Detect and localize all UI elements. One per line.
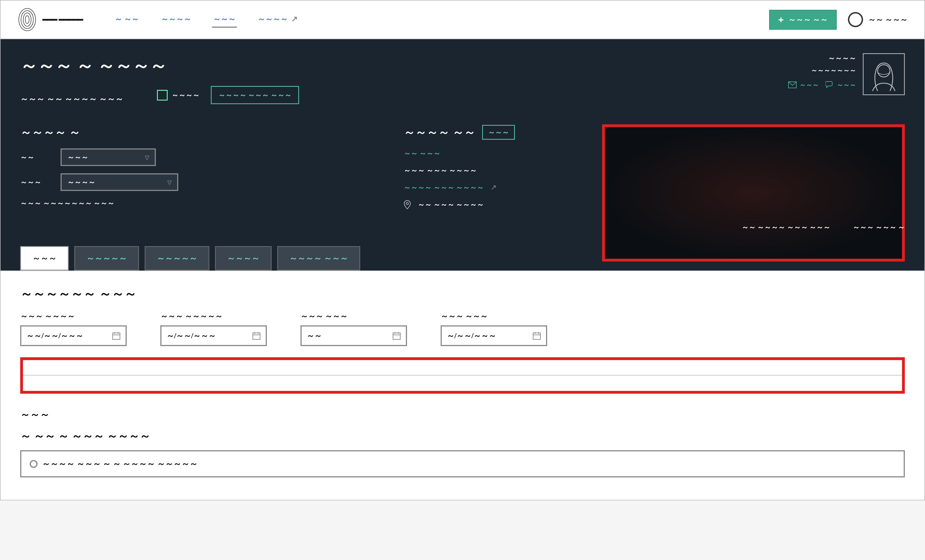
- svg-rect-15: [393, 333, 400, 339]
- date-value-2: ～～: [307, 330, 322, 341]
- rep-chat-action[interactable]: ～～～: [826, 80, 856, 89]
- date-grid: ～～～ ～～～～ ～～/～～/～～～ ～～～ ～～～～～ ～/～～/～～～ ～～…: [20, 311, 905, 346]
- state-value: ～～～: [67, 152, 88, 162]
- chat-icon: [826, 81, 834, 89]
- date-field-3: ～～～ ～～～ ～/～～/～～～: [441, 311, 547, 346]
- nav-item-3-label: ～～～～: [258, 15, 288, 23]
- checkbox-label: ～～～～: [172, 90, 200, 100]
- location-pill: ～～～: [482, 125, 515, 140]
- svg-point-5: [878, 65, 890, 77]
- svg-point-3: [25, 16, 29, 24]
- avatar-icon: [864, 55, 904, 94]
- rep-email-action[interactable]: ～～～: [788, 80, 819, 89]
- date-input-2[interactable]: ～～: [300, 325, 407, 346]
- main-panel: ～～～～～～ ～～～ ～～～ ～～～～ ～～/～～/～～～ ～～～ ～～～～～ …: [0, 271, 925, 500]
- header-right: + ～～～ ～～ ～～ ～～～: [769, 10, 908, 30]
- date-field-2: ～～～ ～～～ ～～: [300, 311, 407, 346]
- tab-2[interactable]: ～～～～～: [145, 246, 209, 270]
- highlight-annotation-strip: [20, 357, 905, 394]
- date-value-3: ～/～～/～～～: [447, 330, 496, 341]
- date-input-1[interactable]: ～/～～/～～～: [160, 325, 267, 346]
- loc-address: ～～ ～～～ ～～～～: [418, 200, 484, 209]
- plus-icon: +: [778, 14, 784, 25]
- tab-4[interactable]: ～～～～ ～～～: [277, 246, 360, 270]
- sub-heading-2: ～ ～～ ～ ～～～ ～～～～: [20, 428, 905, 443]
- caption-right: ～～～ ～～～ ～: [853, 222, 905, 232]
- calendar-icon: [112, 332, 121, 340]
- chevron-down-icon: ▽: [145, 154, 149, 161]
- map-placeholder[interactable]: [605, 127, 902, 259]
- svg-rect-19: [533, 333, 541, 339]
- date-label-3: ～～～ ～～～: [441, 311, 547, 321]
- rep-chat-label: ～～～: [837, 80, 856, 89]
- rep-name: ～～～～: [788, 53, 856, 63]
- svg-point-2: [23, 13, 31, 26]
- caption-left: ～～ ～～～～ ～～～ ～～～: [742, 222, 830, 232]
- svg-rect-7: [113, 333, 120, 339]
- status-column: ～～～～ ～ ～～ ～～～ ▽ ～～～ ～～～～ ▽ ～～～ ～～～～～～～ ～…: [20, 124, 387, 217]
- map-pin-icon: [404, 200, 411, 209]
- nav-item-1[interactable]: ～～～～: [160, 12, 192, 28]
- mail-icon: [788, 81, 797, 88]
- date-input-3[interactable]: ～/～～/～～～: [441, 325, 547, 346]
- app-header: ━━━ ━━━━━ ～ ～～ ～～～～ ～～～ ～～～～ ↗ + ～～～ ～～ …: [0, 0, 925, 39]
- date-label-0: ～～～ ～～～～: [20, 311, 127, 321]
- state-dropdown[interactable]: ～～～ ▽: [60, 149, 156, 166]
- tab-0[interactable]: ～～～: [20, 246, 69, 270]
- hero-columns: ～～～～ ～ ～～ ～～～ ▽ ～～～ ～～～～ ▽ ～～～ ～～～～～～～ ～…: [20, 124, 905, 217]
- calendar-icon: [392, 332, 401, 340]
- external-link-icon: ↗: [491, 183, 497, 192]
- representative-card: ～～～～ ～～～～～～～ ～～～ ～～～: [788, 53, 905, 105]
- date-value-1: ～/～～/～～～: [167, 330, 216, 341]
- user-avatar-icon: [848, 12, 863, 27]
- map-caption-row: ～～ ～～～～ ～～～ ～～～ ～～～ ～～～ ～: [20, 222, 905, 232]
- date-label-1: ～～～ ～～～～～: [160, 311, 267, 321]
- nav-item-3[interactable]: ～～～～ ↗: [256, 12, 298, 28]
- hero-top-row: ～～～ ～ ～～～～ ～～～ ～～ ～～～～ ～～～ ～～～～ ～～～～ ～～～…: [20, 53, 905, 105]
- date-field-1: ～～～ ～～～～～ ～/～～/～～～: [160, 311, 267, 346]
- owner-key: ～～～: [20, 177, 54, 187]
- hero-status-group: ～～～～ ～～～～ ～～～ ～～～: [157, 86, 299, 104]
- loc-link: ～～～～ ～～～ ～～～～: [404, 183, 484, 192]
- hero-checkbox-wrap[interactable]: ～～～～: [157, 90, 200, 101]
- location-heading: ～～～～ ～～: [404, 124, 475, 140]
- case-title: ～～～ ～ ～～～～: [20, 53, 788, 78]
- option-box[interactable]: ～～～～ ～～～ ～ ～ ～～～～ ～～～～～: [20, 450, 905, 477]
- new-button[interactable]: + ～～～ ～～: [769, 10, 837, 30]
- owner-dropdown[interactable]: ～～～～ ▽: [60, 173, 178, 191]
- date-input-0[interactable]: ～～/～～/～～～: [20, 325, 127, 346]
- date-field-0: ～～～ ～～～～ ～～/～～/～～～: [20, 311, 127, 346]
- svg-point-6: [406, 203, 408, 205]
- case-subtitle: ～～～ ～～ ～～～～ ～～～: [20, 93, 124, 105]
- date-label-2: ～～～ ～～～: [300, 311, 407, 321]
- sub-heading: ～～～: [20, 408, 905, 421]
- svg-rect-11: [253, 333, 260, 339]
- status-extra: ～～～ ～～～～～～～ ～～～: [20, 198, 387, 208]
- user-menu[interactable]: ～～ ～～～: [848, 12, 908, 27]
- svg-point-1: [21, 11, 33, 29]
- date-value-0: ～～/～～/～～～: [26, 330, 83, 341]
- section-heading: ～～～～～～ ～～～: [20, 285, 905, 302]
- external-link-icon: ↗: [291, 15, 297, 23]
- fingerprint-icon: [17, 7, 37, 32]
- status-heading: ～～～～ ～: [20, 124, 387, 140]
- rep-actions: ～～～ ～～～: [788, 80, 856, 89]
- rep-avatar: [863, 53, 905, 95]
- calendar-icon: [533, 332, 541, 340]
- nav-item-0[interactable]: ～ ～～: [113, 12, 140, 28]
- owner-value: ～～～～: [67, 177, 95, 187]
- map-annotation-box: [602, 124, 905, 261]
- rep-email-label: ～～～: [799, 80, 819, 89]
- rep-role: ～～～～～～～: [788, 66, 856, 75]
- chevron-down-icon: ▽: [167, 179, 172, 186]
- brand-area: ━━━ ━━━━━: [17, 7, 83, 32]
- nav-item-2[interactable]: ～～～: [212, 12, 237, 28]
- tab-3[interactable]: ～～～～: [215, 246, 272, 270]
- top-nav: ～ ～～ ～～～～ ～～～ ～～～～ ↗: [113, 12, 298, 28]
- hero-title-block: ～～～ ～ ～～～～ ～～～ ～～ ～～～～ ～～～ ～～～～ ～～～～ ～～～…: [20, 53, 788, 105]
- new-button-label: ～～～ ～～: [788, 14, 828, 25]
- radio-icon: [30, 460, 38, 468]
- tab-1[interactable]: ～～～～～: [74, 246, 139, 270]
- state-key: ～～: [20, 152, 54, 162]
- status-badge: ～～～～ ～～～ ～～～: [211, 86, 299, 104]
